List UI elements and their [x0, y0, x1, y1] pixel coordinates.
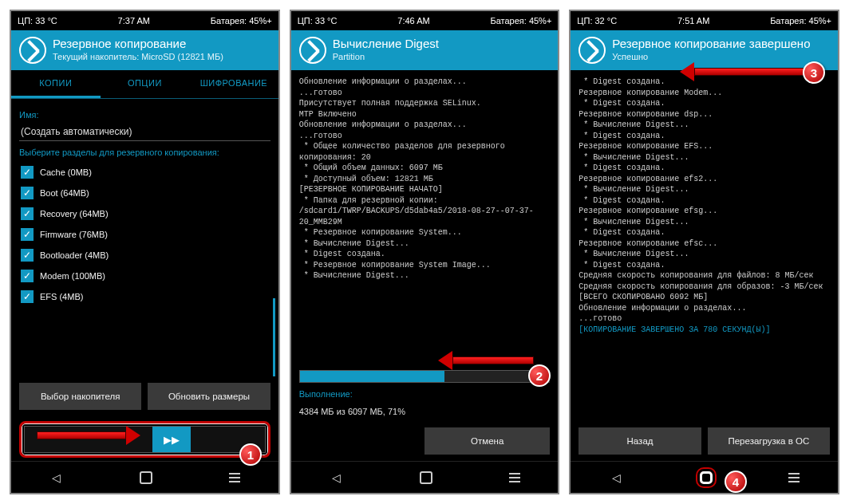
status-battery: Батарея: 45%+: [770, 16, 831, 26]
page-title: Резервное копирование завершено: [612, 37, 830, 50]
checkbox-icon[interactable]: ✓: [21, 249, 34, 262]
partition-list: ✓Cache (0MB)✓Boot (64MB)✓Recovery (64MB)…: [19, 162, 270, 307]
partition-label: Modem (100MB): [40, 271, 105, 281]
partition-label: Boot (64MB): [40, 188, 89, 198]
status-bar: ЦП: 33 °C 7:46 AM Батарея: 45%+: [291, 11, 559, 30]
nav-bar: ◁: [11, 461, 278, 493]
nav-back-icon[interactable]: ◁: [609, 471, 623, 485]
checkbox-icon[interactable]: ✓: [21, 187, 34, 199]
swipe-handle[interactable]: ▶▶: [152, 427, 191, 452]
progress-fill: [300, 371, 444, 382]
storage-subtitle: Текущий накопитель: MicroSD (12821 МБ): [53, 52, 270, 61]
reboot-button[interactable]: Перезагрузка в ОС: [708, 427, 830, 455]
page-title: Резервное копирование: [53, 37, 270, 50]
partition-label: EFS (4MB): [40, 292, 83, 301]
twrp-logo-icon: [299, 37, 326, 64]
checkbox-icon[interactable]: ✓: [21, 290, 34, 303]
checkbox-icon[interactable]: ✓: [21, 207, 34, 220]
annotation-badge-4: 4: [725, 471, 747, 493]
content-area: Обновление информации о разделах... ...г…: [291, 70, 559, 364]
nav-menu-icon[interactable]: [509, 473, 520, 482]
progress-text: 4384 МБ из 6097 МБ, 71%: [299, 407, 551, 416]
checkbox-icon[interactable]: ✓: [21, 270, 34, 282]
progress-label: Выполнение:: [299, 389, 551, 399]
annotation-badge-1: 1: [239, 443, 262, 466]
select-storage-button[interactable]: Выбор накопителя: [19, 383, 141, 410]
scroll-indicator: [273, 298, 275, 376]
nav-menu-icon[interactable]: [788, 473, 800, 482]
partition-label: Firmware (76MB): [40, 230, 108, 239]
status-bar: ЦП: 32 °C 7:51 AM Батарея: 45%+: [571, 11, 838, 30]
nav-back-icon[interactable]: ◁: [49, 471, 64, 485]
partition-row[interactable]: ✓Bootloader (4MB): [19, 245, 270, 266]
status-cpu: ЦП: 32 °C: [577, 16, 617, 26]
backup-name-input[interactable]: (Создать автоматически): [19, 123, 270, 141]
status-cpu: ЦП: 33 °C: [298, 16, 338, 26]
status-bar: ЦП: 33 °C 7:37 AM Батарея: 45%+: [11, 11, 278, 30]
checkbox-icon[interactable]: ✓: [21, 228, 34, 241]
nav-home-icon[interactable]: [700, 471, 713, 484]
annotation-arrow-3: [680, 65, 808, 78]
twrp-logo-icon: [19, 37, 46, 64]
back-button[interactable]: Назад: [579, 427, 701, 455]
twrp-logo-icon: [579, 37, 606, 64]
partition-row[interactable]: ✓Boot (64MB): [19, 183, 270, 203]
annotation-arrow-2: [438, 354, 534, 367]
partition-label: Cache (0MB): [40, 167, 92, 177]
partition-row[interactable]: ✓Recovery (64MB): [19, 203, 270, 224]
partition-select-label: Выберите разделы для резервного копирова…: [19, 148, 270, 157]
status-time: 7:51 AM: [677, 16, 709, 26]
cancel-button[interactable]: Отмена: [424, 427, 550, 455]
header: Резервное копирование завершено Успешно: [571, 30, 838, 70]
completion-line: [КОПИРОВАНИЕ ЗАВЕРШЕНО ЗА 780 СЕКУНД(Ы)]: [579, 325, 770, 334]
screen-backup-progress: ЦП: 33 °C 7:46 AM Батарея: 45%+ Вычислен…: [290, 10, 560, 494]
status-time: 7:46 AM: [397, 16, 429, 26]
nav-bar: ◁: [571, 461, 838, 493]
progress-bar: [299, 370, 551, 383]
header: Резервное копирование Текущий накопитель…: [11, 30, 278, 70]
tab-options[interactable]: ОПЦИИ: [101, 70, 190, 98]
refresh-sizes-button[interactable]: Обновить размеры: [148, 383, 270, 410]
page-subtitle: Partition: [333, 52, 551, 61]
partition-row[interactable]: ✓Modem (100MB): [19, 266, 270, 286]
page-title: Вычисление Digest: [333, 37, 551, 50]
nav-home-icon[interactable]: [140, 471, 152, 484]
tab-copies[interactable]: КОПИИ: [11, 70, 101, 98]
log-output: * Digest создана. Резервное копирование …: [579, 77, 830, 335]
partition-label: Bootloader (4MB): [40, 250, 109, 260]
partition-row[interactable]: ✓Firmware (76MB): [19, 224, 270, 245]
nav-bar: ◁: [291, 461, 559, 493]
status-battery: Батарея: 45%+: [490, 16, 551, 26]
content-area: * Digest создана. Резервное копирование …: [571, 70, 838, 421]
checkbox-icon[interactable]: ✓: [21, 166, 34, 179]
status-battery: Батарея: 45%+: [211, 16, 272, 26]
nav-back-icon[interactable]: ◁: [329, 471, 343, 485]
screen-backup-complete: ЦП: 32 °C 7:51 AM Батарея: 45%+ Резервно…: [569, 10, 839, 494]
partition-row[interactable]: ✓Cache (0MB): [19, 162, 270, 183]
name-label: Имя:: [19, 110, 270, 120]
content-area: Имя: (Создать автоматически) Выберите ра…: [11, 99, 278, 376]
page-subtitle: Успешно: [612, 52, 830, 61]
status-time: 7:37 AM: [118, 16, 150, 26]
annotation-badge-2: 2: [528, 364, 551, 387]
header: Вычисление Digest Partition: [291, 30, 559, 70]
partition-row[interactable]: ✓EFS (4MB): [19, 286, 270, 307]
annotation-arrow-1: [37, 429, 140, 442]
annotation-badge-3: 3: [803, 61, 825, 84]
log-output: Обновление информации о разделах... ...г…: [299, 77, 551, 282]
tabs: КОПИИ ОПЦИИ ШИФРОВАНИЕ: [11, 70, 278, 99]
nav-home-icon[interactable]: [420, 471, 432, 484]
status-cpu: ЦП: 33 °C: [18, 16, 57, 26]
tab-encryption[interactable]: ШИФРОВАНИЕ: [189, 70, 278, 98]
partition-label: Recovery (64MB): [40, 209, 109, 219]
screen-backup-setup: ЦП: 33 °C 7:37 AM Батарея: 45%+ Резервно…: [10, 10, 280, 494]
nav-menu-icon[interactable]: [229, 473, 240, 482]
